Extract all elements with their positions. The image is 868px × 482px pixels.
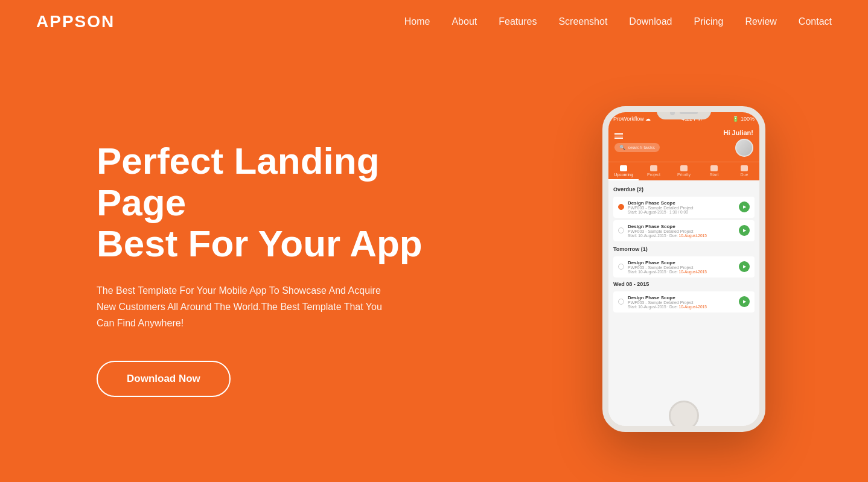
nav-features[interactable]: Features xyxy=(499,16,537,27)
task-item[interactable]: Design Phase Scope PWF003 - Sample Detai… xyxy=(613,220,755,241)
task-project: PWF003 - Sample Detailed Project xyxy=(628,265,735,270)
brand-logo: APPSON xyxy=(36,12,115,31)
nav-download[interactable]: Download xyxy=(629,16,672,27)
task-alloc: · 1:30 / 0:00 xyxy=(667,210,688,214)
phone-screen: ProWorkflow ☁ 4:21 PM 🔋 100% 🔍 search ta… xyxy=(608,112,759,426)
tab-priority[interactable]: Priority xyxy=(669,162,699,180)
task-play-button[interactable] xyxy=(739,201,750,212)
hero-subtitle: The Best Template For Your Mobile App To… xyxy=(97,282,398,332)
task-play-button[interactable] xyxy=(739,296,750,307)
task-dates: Start: 10-August-2015 · Due: 10-August-2… xyxy=(628,305,735,309)
tab-project[interactable]: Project xyxy=(639,162,669,180)
app-task-list: Overdue (2) Design Phase Scope PWF003 - … xyxy=(608,180,759,426)
nav-home[interactable]: Home xyxy=(404,16,430,27)
phone-frame: ProWorkflow ☁ 4:21 PM 🔋 100% 🔍 search ta… xyxy=(602,106,765,432)
task-dates: Start: 10-August-2015 · Due: 10-August-2… xyxy=(628,233,735,238)
start-icon xyxy=(710,165,718,171)
phone-camera xyxy=(670,110,675,115)
tab-start-label: Start xyxy=(710,173,719,177)
nav-pricing[interactable]: Pricing xyxy=(694,16,723,27)
task-dates: Start: 10-August-2015 · Due: 10-August-2… xyxy=(628,270,735,274)
task-name: Design Phase Scope xyxy=(628,224,735,229)
nav-screenshot[interactable]: Screenshot xyxy=(558,16,607,27)
priority-icon xyxy=(680,165,688,171)
task-name: Design Phase Scope xyxy=(628,200,735,206)
nav-contact[interactable]: Contact xyxy=(799,16,832,27)
download-now-button[interactable]: Download Now xyxy=(97,361,231,397)
task-item[interactable]: Design Phase Scope PWF003 - Sample Detai… xyxy=(613,197,755,218)
app-greeting: Hi Julian! xyxy=(723,129,753,136)
phone-speaker xyxy=(680,111,698,114)
phone-home-button xyxy=(669,401,699,431)
task-item[interactable]: Design Phase Scope PWF003 - Sample Detai… xyxy=(613,256,755,277)
tab-start[interactable]: Start xyxy=(699,162,729,180)
nav-about[interactable]: About xyxy=(452,16,477,27)
task-play-button[interactable] xyxy=(739,261,750,272)
task-info: Design Phase Scope PWF003 - Sample Detai… xyxy=(628,295,735,309)
task-info: Design Phase Scope PWF003 - Sample Detai… xyxy=(628,224,735,238)
hero-title-line1: Perfect Landing Page xyxy=(97,140,380,223)
task-checkbox[interactable] xyxy=(618,299,624,305)
phone-top-bar xyxy=(657,106,711,119)
app-header: 🔍 search tasks Hi Julian! xyxy=(608,125,759,162)
tab-due-label: Due xyxy=(741,173,748,177)
search-placeholder: search tasks xyxy=(628,145,655,150)
task-checkbox[interactable] xyxy=(618,264,624,270)
hamburger-icon[interactable] xyxy=(614,133,660,139)
task-play-button[interactable] xyxy=(739,225,750,236)
tab-upcoming[interactable]: Upcoming xyxy=(608,162,639,180)
task-checkbox[interactable] xyxy=(618,227,624,233)
task-dates: Start: 10-August-2015 · 1:30 / 0:00 xyxy=(628,210,735,214)
status-app-name: ProWorkflow ☁ xyxy=(613,116,651,122)
nav-review[interactable]: Review xyxy=(745,16,776,27)
project-icon xyxy=(650,165,657,171)
task-project: PWF003 - Sample Detailed Project xyxy=(628,300,735,305)
task-info: Design Phase Scope PWF003 - Sample Detai… xyxy=(628,260,735,274)
user-avatar xyxy=(735,139,753,157)
app-search-bar[interactable]: 🔍 search tasks xyxy=(614,143,660,152)
upcoming-icon xyxy=(620,165,627,171)
task-name: Design Phase Scope xyxy=(628,295,735,300)
status-battery: 🔋 100% xyxy=(732,116,755,122)
nav-links: Home About Features Screenshot Download … xyxy=(404,16,832,27)
section-tomorrow-header: Tomorrow (1) xyxy=(613,246,755,252)
hero-content: Perfect Landing Page Best For Your App T… xyxy=(97,141,447,396)
tab-due[interactable]: Due xyxy=(729,162,759,180)
task-start-date: Start: 10-August-2015 xyxy=(628,210,666,214)
task-name: Design Phase Scope xyxy=(628,260,735,265)
due-icon xyxy=(741,165,748,171)
task-item[interactable]: Design Phase Scope PWF003 - Sample Detai… xyxy=(613,291,755,312)
navbar: APPSON Home About Features Screenshot Do… xyxy=(0,0,868,43)
tab-priority-label: Priority xyxy=(677,173,691,177)
hero-title-line2: Best For Your App xyxy=(97,223,423,264)
task-project: PWF003 - Sample Detailed Project xyxy=(628,206,735,210)
section-overdue-header: Overdue (2) xyxy=(613,186,755,192)
tab-project-label: Project xyxy=(647,173,660,177)
hero-section: Perfect Landing Page Best For Your App T… xyxy=(0,43,868,482)
task-info: Design Phase Scope PWF003 - Sample Detai… xyxy=(628,200,735,214)
task-project: PWF003 - Sample Detailed Project xyxy=(628,229,735,233)
search-icon: 🔍 xyxy=(619,145,625,150)
task-checkbox[interactable] xyxy=(618,204,624,210)
section-wed-header: Wed 08 - 2015 xyxy=(613,281,755,287)
phone-mockup: ProWorkflow ☁ 4:21 PM 🔋 100% 🔍 search ta… xyxy=(602,106,783,432)
hero-title: Perfect Landing Page Best For Your App xyxy=(97,141,447,264)
app-nav-tabs: Upcoming Project Priority Start xyxy=(608,162,759,180)
tab-upcoming-label: Upcoming xyxy=(614,173,633,177)
